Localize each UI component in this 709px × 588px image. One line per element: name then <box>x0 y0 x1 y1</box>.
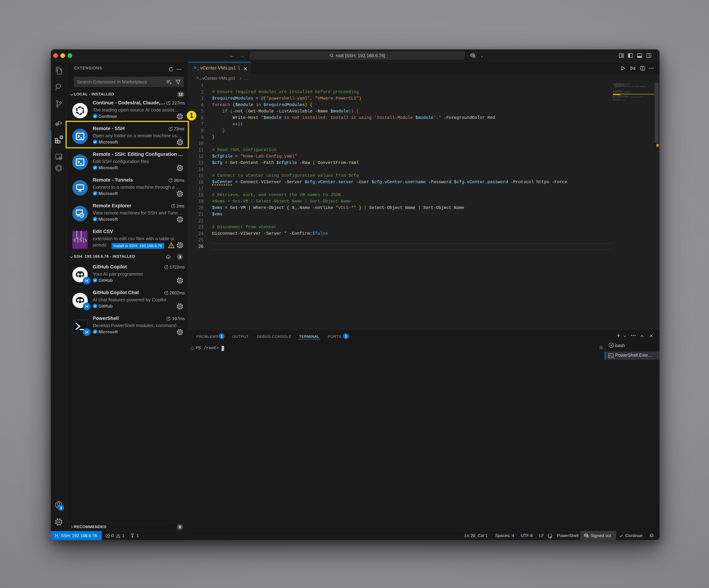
svg-text:$: $ <box>610 344 612 347</box>
